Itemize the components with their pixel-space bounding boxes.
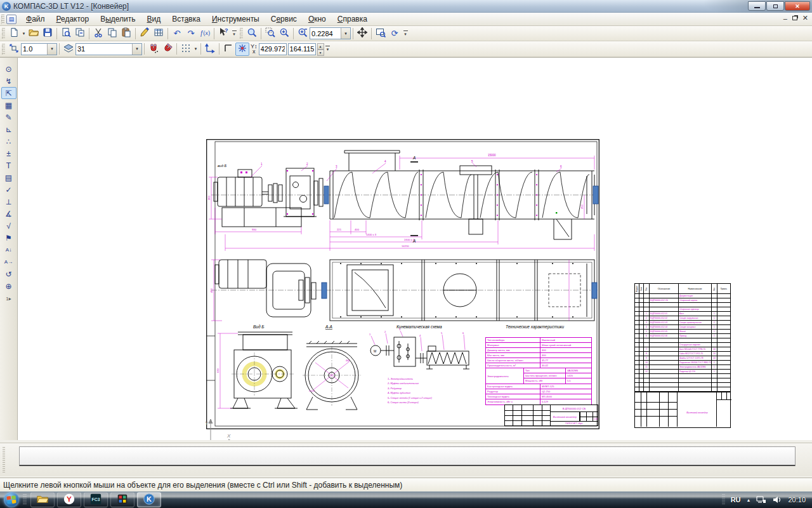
zoom-combo[interactable]: ▾ <box>310 27 351 39</box>
zoom-frame-button[interactable] <box>263 27 277 40</box>
step-combo-arrow-icon[interactable]: ▾ <box>47 44 56 55</box>
volume-icon[interactable] <box>772 495 782 504</box>
step-combo[interactable]: ▾ <box>21 43 57 55</box>
rotation-tool[interactable]: ↺ <box>1 268 16 280</box>
text-tool[interactable]: T <box>1 159 16 171</box>
menu-grip[interactable] <box>1 15 4 24</box>
menu-1[interactable]: Файл <box>20 13 51 25</box>
leader-right-tool[interactable]: A→ <box>1 256 16 268</box>
pan-button[interactable] <box>355 27 369 40</box>
zoom-combo-value[interactable] <box>310 29 341 38</box>
mdi-minimize-button[interactable]: – <box>783 15 787 22</box>
toolbar-overflow-button[interactable]: ▾ <box>402 27 409 40</box>
toolbar-grip[interactable] <box>2 44 5 55</box>
dropdown-arrow-icon[interactable]: ▾ <box>193 43 199 56</box>
layer-combo-value[interactable] <box>76 44 132 54</box>
menu-5[interactable]: Вставка <box>166 13 206 25</box>
zoom-in-button[interactable] <box>277 27 291 40</box>
spreadsheet-button[interactable] <box>152 27 166 40</box>
layer-combo[interactable]: ▾ <box>75 43 142 55</box>
palette-scroll-button[interactable]: 1▸ <box>6 296 11 302</box>
center-tool[interactable]: ⊕ <box>1 280 16 292</box>
point-tool[interactable]: ∴ <box>1 135 16 147</box>
send-button[interactable] <box>73 27 87 40</box>
toolbar-grip[interactable] <box>2 28 5 39</box>
coord-x-input[interactable] <box>259 43 287 55</box>
menu-7[interactable]: Сервис <box>265 13 303 25</box>
roundoff-button[interactable] <box>235 43 249 56</box>
restore-button[interactable] <box>766 1 784 11</box>
menu-9[interactable]: Справка <box>332 13 373 25</box>
fc3-taskbar-button[interactable]: FC3 <box>84 492 108 507</box>
perpendicular-tool[interactable]: ⊾ <box>1 123 16 135</box>
menu-4[interactable]: Вид <box>141 13 167 25</box>
undo-button[interactable]: ↶ <box>170 27 184 40</box>
paste-button[interactable] <box>119 27 133 40</box>
snap-setup-button[interactable] <box>147 43 160 56</box>
new-document-button[interactable] <box>7 27 21 40</box>
document-mdi-icon[interactable]: ▤ <box>6 15 16 24</box>
zoom-factor-button[interactable] <box>296 27 310 40</box>
leader-down-tool[interactable]: A↓ <box>1 244 16 256</box>
drawing-canvas[interactable]: вид Б А А М 15000 930 221 400 1400 х 3 2… <box>18 57 812 440</box>
ellipse-tool[interactable]: ⊙ <box>1 63 16 75</box>
start-button[interactable] <box>4 492 19 507</box>
coord-y-input[interactable] <box>288 43 316 55</box>
step-combo-value[interactable] <box>22 44 47 54</box>
stamp-tool[interactable]: ✎ <box>1 111 16 123</box>
print-preview-button[interactable] <box>59 27 73 40</box>
copy-properties-button[interactable] <box>138 27 152 40</box>
message-field[interactable] <box>19 446 796 466</box>
mdi-restore-button[interactable] <box>792 16 797 20</box>
mdi-close-button[interactable]: ✕ <box>802 14 808 22</box>
copy-button[interactable] <box>105 27 119 40</box>
layers-button[interactable] <box>62 43 75 56</box>
refresh-button[interactable]: ⟳ <box>388 27 402 40</box>
network-icon[interactable] <box>756 495 766 504</box>
toolbar-grip[interactable] <box>240 28 243 39</box>
angle-dim-tool[interactable]: ∡ <box>1 208 16 220</box>
plus-minus-tool[interactable]: ± <box>1 147 16 159</box>
selection-tool[interactable]: ⇱ <box>1 87 16 99</box>
explorer-taskbar-button[interactable] <box>30 492 55 507</box>
polyline-tool[interactable]: ↯ <box>1 75 16 87</box>
ortho-button[interactable] <box>221 43 235 56</box>
grid-button[interactable] <box>179 43 193 56</box>
zoom-combo-arrow-icon[interactable]: ▾ <box>341 28 350 39</box>
close-button[interactable]: ✕ <box>785 1 810 11</box>
local-cs-button[interactable] <box>203 43 217 56</box>
coord-spinner[interactable]: ▲▼ <box>317 43 324 55</box>
show-sheet-button[interactable] <box>374 27 388 40</box>
zoom-area-button[interactable] <box>245 27 259 40</box>
cut-button[interactable] <box>91 27 105 40</box>
current-step-button[interactable] <box>7 43 21 56</box>
toolbar-overflow-button[interactable]: ▾ <box>324 43 332 55</box>
yandex-taskbar-button[interactable]: Y <box>57 492 81 507</box>
language-indicator[interactable]: RU <box>731 496 741 504</box>
layer-combo-arrow-icon[interactable]: ▾ <box>132 44 141 55</box>
table-tool[interactable]: ▤ <box>1 171 16 184</box>
redo-button[interactable]: ↷ <box>184 27 198 40</box>
dimension-check-tool[interactable]: ✓ <box>1 184 16 196</box>
toolbar-overflow-button[interactable]: ▾ <box>230 27 238 40</box>
tray-expand-icon[interactable]: ▲ <box>747 498 751 502</box>
variables-button[interactable]: ƒ⒳ <box>198 27 212 40</box>
snap-toggle-button[interactable] <box>160 43 174 56</box>
open-document-button[interactable] <box>27 27 41 40</box>
minimize-button[interactable] <box>748 1 766 11</box>
kompas-taskbar-button[interactable]: K <box>137 492 161 507</box>
datum-tool[interactable]: ⚑ <box>1 232 16 244</box>
panel-grip[interactable] <box>3 447 5 472</box>
menu-8[interactable]: Окно <box>303 13 332 25</box>
menu-3[interactable]: Выделить <box>95 13 141 25</box>
perpendicular-dim-tool[interactable]: ⟂ <box>1 196 16 208</box>
menu-6[interactable]: Инструменты <box>206 13 265 25</box>
menu-2[interactable]: Редактор <box>51 13 95 25</box>
roughness-tool[interactable]: √ <box>1 220 16 232</box>
cube-taskbar-button[interactable] <box>110 492 134 507</box>
dropdown-arrow-icon[interactable]: ▾ <box>21 27 27 40</box>
hatch-tool[interactable]: ▦ <box>1 99 16 111</box>
save-button[interactable] <box>41 27 55 40</box>
context-help-button[interactable]: ? <box>216 27 230 40</box>
taskbar-clock[interactable]: 20:10 <box>788 496 806 504</box>
